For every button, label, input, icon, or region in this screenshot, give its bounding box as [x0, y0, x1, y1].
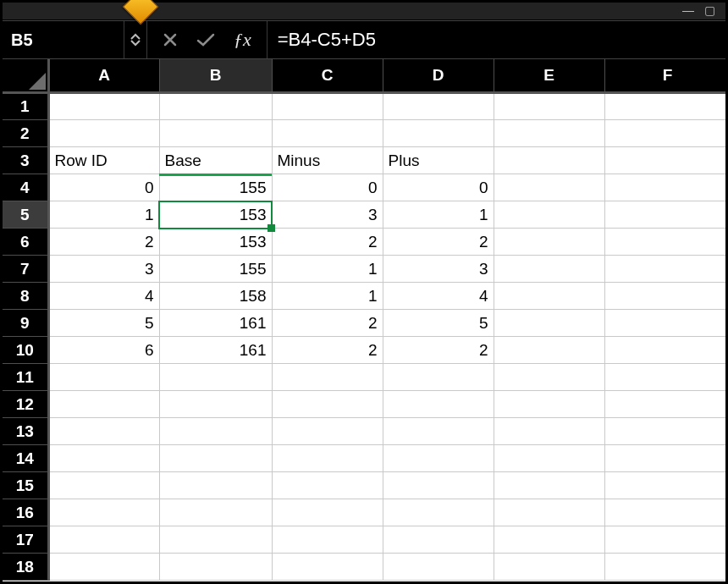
accept-button[interactable] — [196, 32, 215, 47]
cell-C14[interactable] — [272, 445, 383, 472]
cell-D12[interactable] — [383, 391, 494, 418]
cell-B1[interactable] — [159, 93, 272, 120]
cell-B13[interactable] — [159, 418, 272, 445]
cell-A7[interactable]: 3 — [48, 256, 159, 283]
cell-B18[interactable] — [159, 554, 272, 581]
name-box-stepper[interactable] — [124, 21, 147, 58]
cell-C1[interactable] — [272, 93, 383, 120]
cell-E14[interactable] — [494, 445, 604, 472]
col-header-A[interactable]: A — [48, 59, 159, 93]
cell-F14[interactable] — [604, 445, 725, 472]
col-header-C[interactable]: C — [272, 59, 383, 93]
cell-C15[interactable] — [272, 472, 383, 499]
cell-A11[interactable] — [48, 364, 159, 391]
cell-B5[interactable]: 153 — [159, 201, 272, 229]
cell-E15[interactable] — [494, 472, 604, 499]
cell-A2[interactable] — [48, 120, 159, 147]
cell-F18[interactable] — [604, 554, 725, 581]
cell-B2[interactable] — [159, 120, 272, 147]
cell-F5[interactable] — [604, 201, 725, 229]
cell-E8[interactable] — [494, 283, 604, 310]
cell-C11[interactable] — [272, 364, 383, 391]
cell-F15[interactable] — [604, 472, 725, 499]
row-header-1[interactable]: 1 — [3, 93, 48, 120]
cell-F1[interactable] — [604, 93, 725, 120]
cell-E4[interactable] — [494, 174, 604, 201]
row-header-3[interactable]: 3 — [3, 147, 48, 174]
cell-D13[interactable] — [383, 418, 494, 445]
cell-B17[interactable] — [159, 526, 272, 554]
cell-F4[interactable] — [604, 174, 725, 201]
cell-A17[interactable] — [48, 526, 159, 554]
name-box[interactable]: B5 — [3, 21, 124, 58]
cell-E13[interactable] — [494, 418, 604, 445]
cell-E6[interactable] — [494, 229, 604, 256]
cell-D6[interactable]: 2 — [383, 229, 494, 256]
cell-B8[interactable]: 158 — [159, 283, 272, 310]
maximize-icon[interactable]: ▢ — [704, 4, 715, 16]
col-header-F[interactable]: F — [604, 59, 725, 93]
cell-F16[interactable] — [604, 499, 725, 526]
cell-F17[interactable] — [604, 526, 725, 554]
row-header-13[interactable]: 13 — [3, 418, 48, 445]
minimize-icon[interactable]: — — [682, 4, 694, 16]
cell-E18[interactable] — [494, 554, 604, 581]
row-header-18[interactable]: 18 — [3, 554, 48, 581]
cell-C10[interactable]: 2 — [272, 337, 383, 364]
cell-A18[interactable] — [48, 554, 159, 581]
row-header-8[interactable]: 8 — [3, 283, 48, 310]
row-header-6[interactable]: 6 — [3, 229, 48, 256]
cell-B6[interactable]: 153 — [159, 229, 272, 256]
cell-C8[interactable]: 1 — [272, 283, 383, 310]
cell-A13[interactable] — [48, 418, 159, 445]
cell-B11[interactable] — [159, 364, 272, 391]
cell-C18[interactable] — [272, 554, 383, 581]
cell-A1[interactable] — [48, 93, 159, 120]
cell-A14[interactable] — [48, 445, 159, 472]
cell-A3[interactable]: Row ID — [48, 147, 159, 174]
col-header-E[interactable]: E — [494, 59, 604, 93]
cell-F3[interactable] — [604, 147, 725, 174]
cell-E17[interactable] — [494, 526, 604, 554]
cell-E3[interactable] — [494, 147, 604, 174]
formula-input[interactable]: =B4-C5+D5 — [267, 21, 725, 58]
cell-D17[interactable] — [383, 526, 494, 554]
select-all-corner[interactable] — [3, 59, 48, 93]
cell-A6[interactable]: 2 — [48, 229, 159, 256]
row-header-4[interactable]: 4 — [3, 174, 48, 201]
cell-D11[interactable] — [383, 364, 494, 391]
row-header-16[interactable]: 16 — [3, 499, 48, 526]
cell-C16[interactable] — [272, 499, 383, 526]
cell-C6[interactable]: 2 — [272, 229, 383, 256]
cell-C9[interactable]: 2 — [272, 310, 383, 337]
cell-F7[interactable] — [604, 256, 725, 283]
cell-D10[interactable]: 2 — [383, 337, 494, 364]
cell-A10[interactable]: 6 — [48, 337, 159, 364]
row-header-10[interactable]: 10 — [3, 337, 48, 364]
cell-D5[interactable]: 1 — [383, 201, 494, 229]
cell-B12[interactable] — [159, 391, 272, 418]
cell-F6[interactable] — [604, 229, 725, 256]
cell-D16[interactable] — [383, 499, 494, 526]
cell-E10[interactable] — [494, 337, 604, 364]
cell-B3[interactable]: Base — [159, 147, 272, 174]
cell-F12[interactable] — [604, 391, 725, 418]
cancel-button[interactable] — [163, 32, 178, 47]
cell-C7[interactable]: 1 — [272, 256, 383, 283]
row-header-2[interactable]: 2 — [3, 120, 48, 147]
cell-D14[interactable] — [383, 445, 494, 472]
row-header-7[interactable]: 7 — [3, 256, 48, 283]
cell-C17[interactable] — [272, 526, 383, 554]
row-header-15[interactable]: 15 — [3, 472, 48, 499]
cell-C4[interactable]: 0 — [272, 174, 383, 201]
cell-C2[interactable] — [272, 120, 383, 147]
row-header-14[interactable]: 14 — [3, 445, 48, 472]
cell-E9[interactable] — [494, 310, 604, 337]
cell-A16[interactable] — [48, 499, 159, 526]
cell-B4[interactable]: 155 — [159, 174, 272, 201]
cell-A12[interactable] — [48, 391, 159, 418]
cell-B10[interactable]: 161 — [159, 337, 272, 364]
cell-E1[interactable] — [494, 93, 604, 120]
row-header-12[interactable]: 12 — [3, 391, 48, 418]
cell-E5[interactable] — [494, 201, 604, 229]
